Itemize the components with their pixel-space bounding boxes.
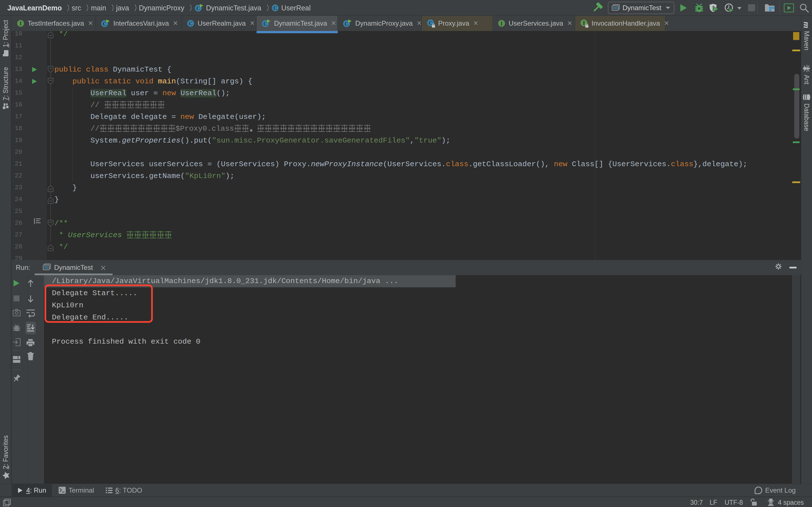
svg-text:I: I: [19, 20, 21, 26]
svg-text:I: I: [500, 20, 502, 26]
svg-text:C: C: [103, 21, 107, 27]
svg-text:C: C: [345, 21, 349, 27]
svg-text:C: C: [428, 20, 433, 26]
svg-text:C: C: [273, 5, 277, 11]
svg-text:C: C: [189, 20, 193, 26]
svg-text:C: C: [263, 21, 267, 27]
svg-text:I: I: [583, 20, 585, 26]
svg-text:C: C: [196, 5, 200, 11]
